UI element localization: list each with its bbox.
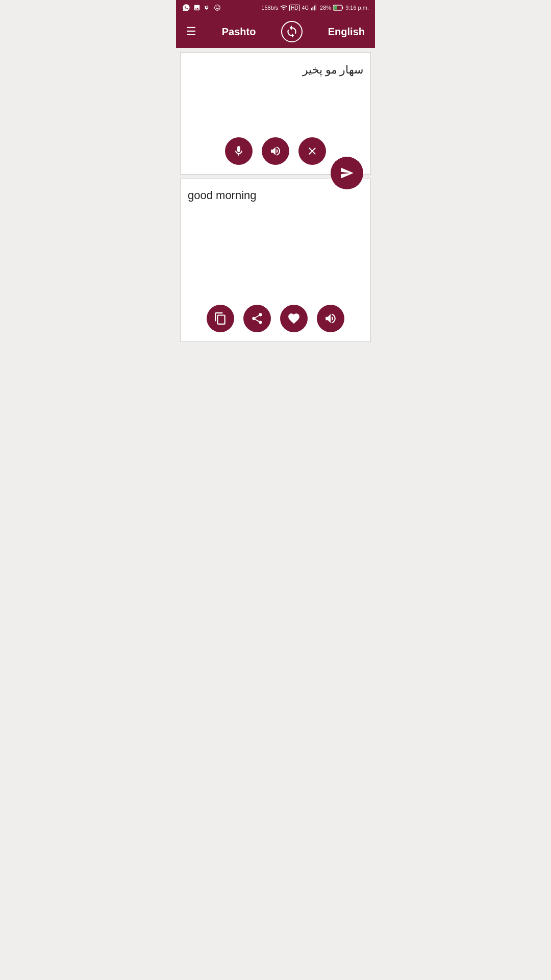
result-speaker-icon [324,312,337,325]
clear-button[interactable] [298,137,326,165]
speaker-button[interactable] [262,137,289,165]
microphone-icon [233,145,245,157]
result-actions [188,305,363,334]
heart-icon [287,312,300,325]
result-text: good morning [188,186,363,298]
svg-rect-0 [311,8,312,11]
status-bar: 158b/s HD 4G 28% 9:16 p.m. [176,0,375,15]
network-speed: 158b/s [261,5,278,11]
translate-button[interactable] [331,157,363,189]
favorite-button[interactable] [280,305,308,332]
panels-container: سهار مو پخیر [176,48,375,346]
result-panel: good morning [180,179,371,342]
target-language-button[interactable]: English [328,26,365,38]
menu-button[interactable]: ☰ [186,26,196,37]
svg-rect-3 [315,5,316,11]
whatsapp-icon [182,4,190,12]
svg-rect-5 [342,7,343,9]
wifi-icon [280,4,287,11]
status-left-icons [182,4,221,12]
svg-rect-1 [313,7,314,10]
source-panel: سهار مو پخیر [180,52,371,175]
result-speaker-button[interactable] [317,305,344,332]
emoji-icon [214,4,221,11]
network-type: 4G [302,5,309,11]
image-icon [193,4,201,11]
swap-languages-button[interactable] [281,21,303,42]
close-icon [306,145,318,157]
send-icon [340,166,354,180]
svg-rect-6 [334,6,337,10]
usb-icon [204,4,211,11]
battery-percent: 28% [320,5,331,11]
app-header: ☰ Pashto English [176,15,375,48]
copy-button[interactable] [207,305,234,332]
share-button[interactable] [243,305,271,332]
hd-label: HD [289,5,299,11]
microphone-button[interactable] [225,137,253,165]
share-icon [251,312,264,325]
signal-icon [311,4,318,11]
speaker-icon [269,145,282,157]
copy-icon [214,312,227,325]
swap-icon [285,25,298,38]
source-language-button[interactable]: Pashto [222,26,256,38]
battery-icon [333,5,343,11]
source-text[interactable]: سهار مو پخیر [188,60,363,130]
status-right-info: 158b/s HD 4G 28% 9:16 p.m. [261,4,369,11]
svg-rect-2 [314,6,315,10]
time-display: 9:16 p.m. [345,5,369,11]
bottom-space [176,346,375,366]
